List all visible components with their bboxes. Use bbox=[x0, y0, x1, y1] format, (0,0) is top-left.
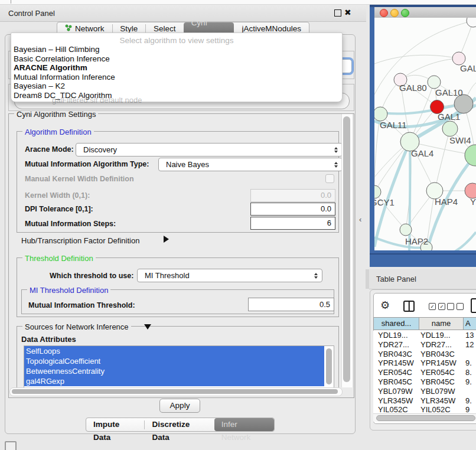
node-label: GAL4 bbox=[411, 148, 433, 158]
algorithm-definition-title: Algorithm Definition bbox=[22, 128, 94, 136]
algorithm-option[interactable]: Mutual Information Inference bbox=[11, 73, 342, 82]
network-edge[interactable] bbox=[435, 129, 450, 191]
collapse-down-icon[interactable] bbox=[144, 324, 151, 330]
table-cell: 9. bbox=[465, 377, 476, 387]
network-window-titlebar[interactable] bbox=[374, 7, 476, 18]
network-node[interactable] bbox=[465, 145, 476, 166]
network-node[interactable] bbox=[374, 107, 387, 121]
close-icon[interactable]: ✖ bbox=[344, 8, 351, 17]
table-header-row: shared... name A bbox=[373, 317, 476, 330]
network-node[interactable] bbox=[467, 18, 476, 27]
which-threshold-combo[interactable]: MI Threshold bbox=[137, 269, 322, 282]
table-cell: YPR145W bbox=[420, 358, 465, 368]
algorithm-option[interactable]: Bayesian – Hill Climbing bbox=[11, 45, 342, 54]
kernel-width-label: Kernel Width (0,1): bbox=[25, 191, 90, 200]
ghost-table-data-value: galFiltered.sif default node bbox=[52, 96, 142, 105]
function-builder-icon[interactable] bbox=[471, 298, 476, 313]
table-cell: YIL052C bbox=[420, 405, 465, 413]
network-edge[interactable] bbox=[374, 55, 459, 64]
aracne-mode-combo[interactable]: Discovery bbox=[76, 143, 343, 156]
mi-steps-field[interactable]: 6 bbox=[250, 217, 335, 230]
manual-kernel-label: Manual Kernel Width Definition bbox=[25, 175, 134, 183]
network-graph: GALGAL80GAL10GAL1GAL11SWI4GAL4GCY1HAP4YH… bbox=[374, 18, 476, 250]
node-label: HAP4 bbox=[435, 197, 458, 207]
network-node[interactable] bbox=[400, 224, 412, 236]
expand-right-icon[interactable] bbox=[164, 236, 169, 243]
tab-impute-data[interactable]: Impute Data bbox=[86, 418, 144, 431]
mi-type-combo[interactable]: Naive Bayes bbox=[158, 158, 343, 171]
table-cell: 9. bbox=[465, 358, 476, 368]
table-row[interactable]: YLR345WYLR345W9. bbox=[373, 396, 476, 406]
gear-icon[interactable]: ⚙ bbox=[380, 299, 390, 312]
deselect-all-columns-icon[interactable] bbox=[447, 303, 464, 310]
table-row[interactable]: YER054CYER054C8. bbox=[373, 368, 476, 377]
float-window-icon[interactable] bbox=[334, 9, 341, 17]
network-canvas[interactable]: GALGAL80GAL10GAL1GAL11SWI4GAL4GCY1HAP4YH… bbox=[374, 18, 476, 250]
algorithm-option[interactable]: ARACNE Algorithm bbox=[11, 63, 342, 73]
table-row[interactable]: YDR27...YDR27...12 bbox=[373, 340, 476, 350]
close-traffic-light-icon[interactable] bbox=[380, 9, 388, 17]
kernel-width-field[interactable]: 0.0 bbox=[250, 189, 335, 202]
bottom-tabbar: Impute Data Discretize Data Infer Networ… bbox=[86, 418, 275, 432]
table-cell: 9. bbox=[465, 396, 476, 406]
node-label: GAL10 bbox=[435, 87, 463, 97]
mi-threshold-group-title: MI Threshold Definition bbox=[27, 286, 110, 295]
network-node[interactable] bbox=[442, 121, 458, 136]
column-header-shared-name[interactable]: shared... bbox=[373, 317, 419, 330]
control-panel-title: Control Panel bbox=[8, 9, 55, 18]
table-cell: YBL079W bbox=[373, 387, 420, 396]
table-cell: YDL19... bbox=[420, 331, 465, 340]
control-panel-titlebar bbox=[0, 5, 366, 22]
data-attributes-label: Data Attributes bbox=[21, 335, 76, 344]
table-row[interactable]: YPR145WYPR145W9. bbox=[373, 358, 476, 368]
node-label: GAL80 bbox=[399, 83, 427, 93]
split-pane-collapse-icon[interactable]: ‹ bbox=[359, 215, 361, 224]
column-header-partial[interactable]: A bbox=[463, 317, 476, 330]
mi-threshold-field[interactable]: 0.5 bbox=[248, 298, 334, 311]
table-hscrollbar-thumb[interactable] bbox=[376, 415, 475, 421]
table-row[interactable]: YBL079WYBL079W bbox=[373, 387, 476, 396]
settings-hscrollbar-thumb[interactable] bbox=[12, 389, 338, 394]
column-browser-icon[interactable] bbox=[403, 301, 415, 312]
data-attribute-item[interactable]: BetweennessCentrality bbox=[24, 366, 324, 376]
network-node[interactable] bbox=[374, 185, 381, 198]
ghost-inference-algorithm-label: Inference Algorithm bbox=[25, 56, 91, 64]
dpi-tolerance-field[interactable]: 0.0 bbox=[250, 203, 335, 216]
column-header-name[interactable]: name bbox=[419, 317, 463, 330]
table-cell: YER054C bbox=[373, 368, 420, 377]
table-row[interactable]: YBR045CYBR045C9. bbox=[373, 377, 476, 387]
minimize-traffic-light-icon[interactable] bbox=[390, 9, 399, 17]
hub-definition-label: Hub/Transcription Factor Definition bbox=[21, 236, 139, 245]
tab-infer-network[interactable]: Infer Network bbox=[214, 418, 274, 431]
table-cell: YER054C bbox=[420, 368, 465, 377]
data-attribute-item[interactable]: TopologicalCoefficient bbox=[24, 356, 324, 366]
select-all-columns-icon[interactable]: ✓✓ bbox=[429, 303, 445, 310]
tab-discretize-data[interactable]: Discretize Data bbox=[145, 418, 214, 431]
settings-group-title: Cyni Algorithm Settings bbox=[14, 110, 98, 119]
minimized-panel-icon[interactable] bbox=[5, 441, 17, 450]
network-edge-thick[interactable] bbox=[455, 232, 476, 250]
table-row[interactable]: YIL052CYIL052C9 bbox=[373, 405, 476, 413]
node-label: GAL bbox=[460, 63, 476, 73]
table-cell: YLR345W bbox=[420, 396, 465, 406]
manual-kernel-checkbox[interactable] bbox=[325, 174, 334, 183]
network-edge[interactable] bbox=[400, 58, 459, 80]
zoom-traffic-light-icon[interactable] bbox=[401, 9, 409, 17]
table-row[interactable]: YDL19...YDL19...13 bbox=[373, 331, 476, 340]
node-label: GCY1 bbox=[374, 197, 395, 207]
apply-button[interactable]: Apply bbox=[159, 399, 200, 413]
data-attribute-item[interactable]: SelfLoops bbox=[24, 346, 324, 356]
table-cell bbox=[465, 350, 476, 359]
sources-group-title: Sources for Network Inference bbox=[22, 322, 131, 331]
table-cell: YBR045C bbox=[420, 377, 465, 387]
node-label: Y bbox=[470, 197, 476, 207]
data-attribute-item[interactable]: gal4RGexp bbox=[24, 376, 324, 386]
mi-threshold-label: Mutual Information Threshold: bbox=[28, 301, 135, 309]
table-cell: YLR345W bbox=[373, 396, 420, 406]
network-node[interactable] bbox=[428, 76, 441, 89]
list-scrollbar-thumb[interactable] bbox=[326, 348, 332, 384]
table-row[interactable]: YBR043CYBR043C bbox=[373, 350, 476, 359]
settings-vscrollbar-thumb[interactable] bbox=[343, 116, 350, 382]
table-cell: YDR27... bbox=[420, 340, 465, 350]
algorithm-option[interactable]: Bayesian – K2 bbox=[11, 81, 342, 91]
